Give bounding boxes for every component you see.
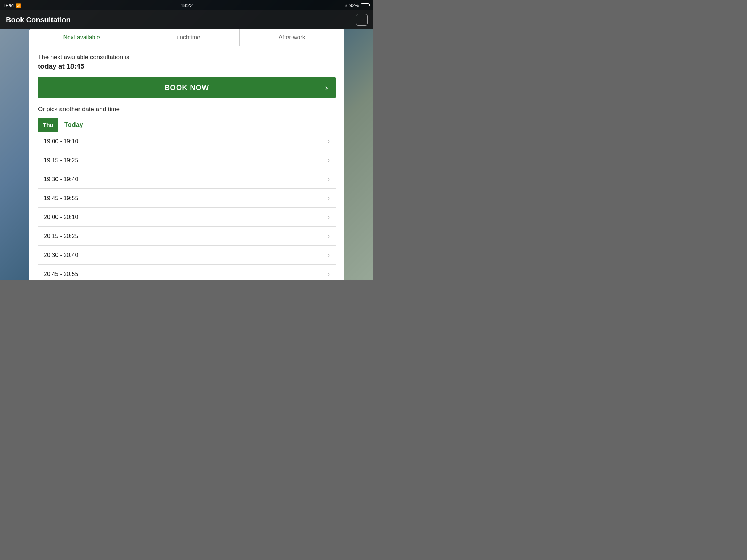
slot-5-chevron: ›: [328, 213, 330, 221]
time-slot-4-label: 19:45 - 19:55: [44, 195, 78, 202]
device-label: iPad: [4, 3, 14, 8]
exit-button[interactable]: →: [356, 14, 368, 26]
time-slot-5-label: 20:00 - 20:10: [44, 214, 78, 221]
slot-7-chevron: ›: [328, 251, 330, 259]
time-display: 18:22: [181, 3, 193, 8]
slot-4-chevron: ›: [328, 194, 330, 202]
tab-bar: Next available Lunchtime After-work: [29, 29, 344, 46]
today-section: Thu Today 19:00 - 19:10 › 19:15 - 19:25 …: [38, 118, 336, 280]
next-available-description: The next available consultation is: [38, 54, 336, 61]
book-now-chevron: ›: [325, 83, 328, 93]
time-slot-3[interactable]: 19:30 - 19:40 ›: [38, 170, 336, 188]
slot-8-chevron: ›: [328, 270, 330, 278]
time-slot-1-label: 19:00 - 19:10: [44, 138, 78, 145]
tab-after-work[interactable]: After-work: [240, 29, 344, 46]
tab-lunchtime[interactable]: Lunchtime: [134, 29, 239, 46]
time-slot-2-label: 19:15 - 19:25: [44, 157, 78, 164]
tab-next-available[interactable]: Next available: [29, 29, 134, 46]
time-slot-3-label: 19:30 - 19:40: [44, 176, 78, 183]
slot-6-chevron: ›: [328, 232, 330, 240]
or-pick-label: Or pick another date and time: [38, 106, 336, 113]
book-now-label: BOOK NOW: [165, 83, 209, 92]
time-slot-4[interactable]: 19:45 - 19:55 ›: [38, 188, 336, 207]
battery-percent: 92%: [349, 3, 359, 8]
today-header: Thu Today: [38, 118, 336, 132]
next-available-time: today at 18:45: [38, 62, 336, 70]
exit-icon: →: [359, 16, 365, 23]
book-now-button[interactable]: BOOK NOW ›: [38, 77, 336, 98]
main-content: Next available Lunchtime After-work The …: [29, 29, 344, 280]
time-slot-1[interactable]: 19:00 - 19:10 ›: [38, 132, 336, 151]
bluetooth-icon: 𝒷: [345, 3, 347, 8]
wifi-icon: [16, 3, 21, 8]
status-bar: iPad 18:22 𝒷 92%: [0, 0, 374, 10]
slot-2-chevron: ›: [328, 156, 330, 164]
battery-bar: [361, 3, 369, 7]
time-slot-2[interactable]: 19:15 - 19:25 ›: [38, 151, 336, 170]
slot-3-chevron: ›: [328, 175, 330, 183]
time-slot-7[interactable]: 20:30 - 20:40 ›: [38, 245, 336, 264]
slot-1-chevron: ›: [328, 137, 330, 145]
time-slot-6[interactable]: 20:15 - 20:25 ›: [38, 226, 336, 245]
time-slot-8-label: 20:45 - 20:55: [44, 271, 78, 277]
time-slot-8[interactable]: 20:45 - 20:55 ›: [38, 264, 336, 280]
navigation-bar: Book Consultation →: [0, 10, 374, 29]
content-body: The next available consultation is today…: [29, 46, 344, 280]
time-slot-5[interactable]: 20:00 - 20:10 ›: [38, 207, 336, 226]
time-slot-7-label: 20:30 - 20:40: [44, 252, 78, 258]
today-date-label: Today: [58, 121, 336, 129]
time-slot-6-label: 20:15 - 20:25: [44, 233, 78, 240]
page-title: Book Consultation: [6, 16, 71, 24]
today-day-badge: Thu: [38, 118, 58, 132]
